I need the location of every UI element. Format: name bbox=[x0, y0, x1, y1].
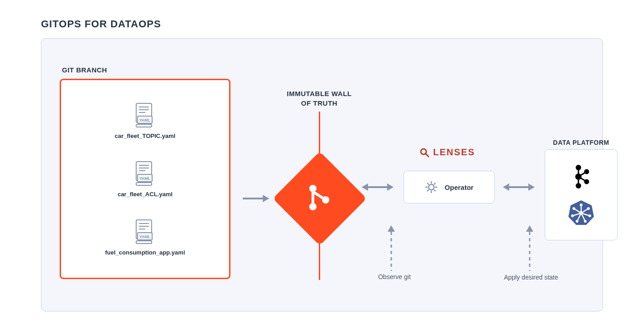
operator-box: Operator bbox=[404, 171, 495, 204]
data-platform-container bbox=[545, 149, 618, 240]
svg-point-67 bbox=[572, 207, 575, 210]
wall-label-line2: OF TRUTH bbox=[301, 99, 337, 107]
svg-line-38 bbox=[434, 190, 436, 192]
svg-line-31 bbox=[425, 153, 429, 157]
svg-point-24 bbox=[309, 185, 317, 192]
arrow-bidirectional-icon bbox=[362, 182, 394, 193]
svg-rect-5 bbox=[136, 124, 152, 127]
yaml-file-item: YAML car_fleet_TOPIC.yaml bbox=[115, 102, 175, 139]
yaml-icon: YAML bbox=[134, 102, 155, 128]
yaml-filename: car_fleet_ACL.yaml bbox=[118, 191, 173, 198]
svg-point-26 bbox=[322, 196, 329, 204]
svg-point-61 bbox=[580, 204, 583, 206]
svg-point-65 bbox=[576, 220, 578, 223]
yaml-filename: fuel_consumption_app.yaml bbox=[105, 249, 185, 256]
svg-marker-29 bbox=[387, 183, 394, 191]
svg-line-37 bbox=[427, 183, 429, 185]
yaml-icon: YAML bbox=[134, 219, 155, 244]
yaml-icon: YAML bbox=[134, 161, 155, 186]
svg-text:YAML: YAML bbox=[139, 234, 151, 239]
svg-point-66 bbox=[571, 214, 574, 217]
svg-marker-21 bbox=[263, 195, 269, 202]
git-branch-heading: GIT BRANCH bbox=[62, 66, 107, 74]
svg-rect-12 bbox=[136, 183, 152, 185]
immutable-wall-label: IMMUTABLE WALL OF TRUTH bbox=[269, 89, 369, 108]
gear-icon bbox=[424, 180, 438, 194]
svg-marker-43 bbox=[528, 183, 535, 191]
dashed-arrow-up-icon bbox=[525, 225, 534, 266]
svg-line-40 bbox=[434, 183, 436, 185]
svg-marker-27 bbox=[362, 183, 368, 191]
dashed-arrow-up-icon bbox=[387, 225, 396, 266]
svg-line-39 bbox=[427, 190, 429, 192]
lenses-brand-text: LENSES bbox=[433, 147, 475, 158]
yaml-badge-text: YAML bbox=[139, 118, 151, 122]
svg-marker-70 bbox=[526, 225, 533, 232]
yaml-file-item: YAML fuel_consumption_app.yaml bbox=[105, 219, 185, 256]
kubernetes-icon bbox=[567, 199, 595, 227]
arrow-right-icon bbox=[242, 193, 269, 204]
observe-git-label: Observe git bbox=[360, 273, 429, 280]
diagram-title: GITOPS FOR DATAOPS bbox=[41, 18, 603, 30]
git-logo-diamond bbox=[273, 152, 367, 245]
yaml-filename: car_fleet_TOPIC.yaml bbox=[115, 132, 175, 139]
svg-point-32 bbox=[429, 184, 434, 190]
lenses-logo-icon bbox=[419, 148, 429, 158]
lenses-brand: LENSES bbox=[419, 147, 475, 158]
svg-marker-41 bbox=[503, 183, 509, 191]
yaml-file-item: YAML car_fleet_ACL.yaml bbox=[118, 161, 173, 198]
svg-point-63 bbox=[588, 214, 591, 217]
svg-marker-68 bbox=[388, 225, 395, 232]
git-branch-container: YAML car_fleet_TOPIC.yaml YAML car_fleet… bbox=[60, 79, 230, 279]
kafka-icon bbox=[572, 163, 590, 190]
operator-label: Operator bbox=[445, 183, 473, 191]
arrow-bidirectional-icon bbox=[503, 182, 535, 193]
svg-point-62 bbox=[587, 207, 590, 210]
apply-state-label: Apply desired state bbox=[492, 273, 570, 282]
svg-text:YAML: YAML bbox=[139, 176, 151, 181]
data-platform-heading: DATA PLATFORM bbox=[545, 139, 618, 146]
svg-point-64 bbox=[584, 220, 587, 223]
wall-label-line1: IMMUTABLE WALL bbox=[287, 90, 352, 97]
git-logo-icon bbox=[304, 182, 336, 215]
svg-rect-19 bbox=[136, 241, 152, 244]
svg-point-25 bbox=[309, 203, 317, 210]
diagram-canvas: GIT BRANCH YAML car_fleet_TOPIC.yaml YAM… bbox=[41, 38, 603, 311]
